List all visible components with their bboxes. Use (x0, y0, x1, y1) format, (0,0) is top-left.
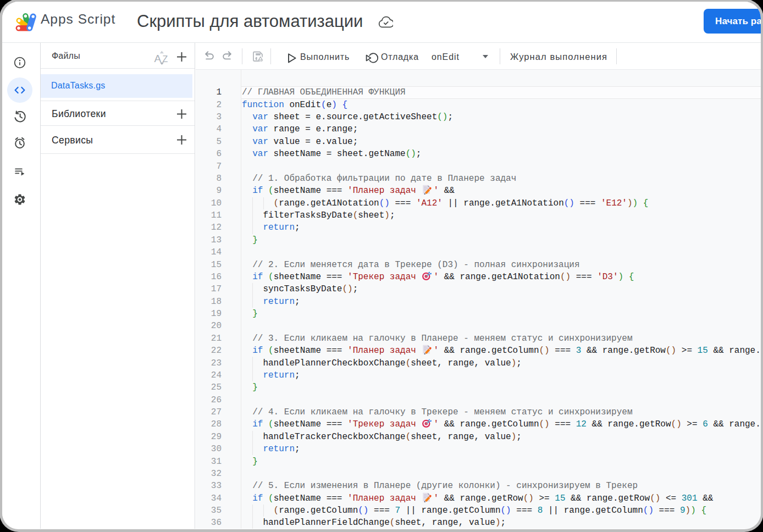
svg-text:A: A (154, 53, 161, 64)
svg-text:Z: Z (162, 54, 168, 64)
